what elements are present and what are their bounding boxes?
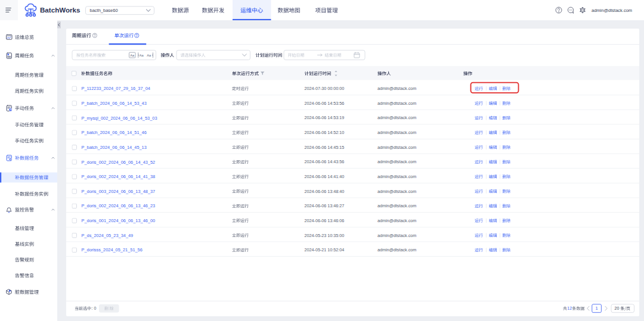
svg-text:admin@dtstack.com: admin@dtstack.com xyxy=(377,189,416,194)
svg-text:2024-05-23 10:35:00: 2024-05-23 10:35:00 xyxy=(305,233,345,238)
svg-text:Aa: Aa xyxy=(140,54,144,57)
svg-text:admin@dtstack.com: admin@dtstack.com xyxy=(377,86,416,91)
svg-text:P_dorisss_2024_05_21_51_56: P_dorisss_2024_05_21_51_56 xyxy=(82,247,143,253)
svg-text:admin@dtstack.com: admin@dtstack.com xyxy=(377,233,416,238)
svg-text:admin@dtstack.com: admin@dtstack.com xyxy=(377,247,416,253)
svg-text:2024-06-06 14:41:40: 2024-06-06 14:41:40 xyxy=(305,174,345,179)
svg-text:2024-06-06 13:46:27: 2024-06-06 13:46:27 xyxy=(305,203,345,208)
svg-text:admin@dtstack.com: admin@dtstack.com xyxy=(377,115,416,120)
svg-text:P_batch_2024_06_06_14_45_13: P_batch_2024_06_06_14_45_13 xyxy=(82,145,147,150)
svg-text:P_doris_002_2024_06_06_13_46_2: P_doris_002_2024_06_06_13_46_23 xyxy=(82,203,156,208)
svg-text:admin@dtstack.com: admin@dtstack.com xyxy=(377,145,416,150)
svg-text:: 0: : 0 xyxy=(92,306,97,310)
svg-text:2024-06-06 14:45:15: 2024-06-06 14:45:15 xyxy=(305,145,345,150)
svg-text:admin@dtstack.com: admin@dtstack.com xyxy=(377,218,416,223)
svg-text:P_doris_001_2024_06_06_13_46_0: P_doris_001_2024_06_06_13_46_00 xyxy=(82,218,156,223)
svg-text:P_mysql_002_2024_06_06_14_53_0: P_mysql_002_2024_06_06_14_53_03 xyxy=(82,116,157,121)
svg-text:P_doris_003_2024_06_06_13_48_3: P_doris_003_2024_06_06_13_48_37 xyxy=(82,189,156,194)
svg-text:P_doris_002_2024_06_06_14_41_3: P_doris_002_2024_06_06_14_41_38 xyxy=(82,174,156,179)
svg-text:admin@dtstack.com: admin@dtstack.com xyxy=(377,174,416,179)
svg-text:admin@dtstack.com: admin@dtstack.com xyxy=(377,159,416,164)
svg-text:Aa: Aa xyxy=(130,54,135,57)
svg-text:12: 12 xyxy=(567,306,572,310)
svg-text:admin@dtstack.com: admin@dtstack.com xyxy=(592,8,632,13)
svg-text:bacth_base60: bacth_base60 xyxy=(90,8,118,13)
svg-text:P_doris_002_2024_06_06_14_43_5: P_doris_002_2024_06_06_14_43_52 xyxy=(82,160,156,165)
svg-text:20: 20 xyxy=(615,306,620,310)
svg-text:Aa: Aa xyxy=(147,54,151,57)
svg-text:P_batch_2024_06_06_14_53_43: P_batch_2024_06_06_14_53_43 xyxy=(82,101,147,106)
svg-text:P_batch_2024_06_06_14_51_46: P_batch_2024_06_06_14_51_46 xyxy=(82,130,147,135)
svg-text:P_ds_2024_05_23_34_49: P_ds_2024_05_23_34_49 xyxy=(82,233,134,238)
svg-text:P_112233_2024_07_29_16_37_04: P_112233_2024_07_29_16_37_04 xyxy=(82,86,150,91)
svg-text:2024-06-06 13:48:40: 2024-06-06 13:48:40 xyxy=(305,189,345,194)
svg-text:admin@dtstack.com: admin@dtstack.com xyxy=(377,203,416,208)
svg-text:admin@dtstack.com: admin@dtstack.com xyxy=(377,101,416,106)
svg-text:2024-06-06 13:46:06: 2024-06-06 13:46:06 xyxy=(305,218,345,223)
svg-text:2024-06-06 14:52:10: 2024-06-06 14:52:10 xyxy=(305,130,345,135)
svg-text:2024-05-21 10:52:04: 2024-05-21 10:52:04 xyxy=(305,247,345,253)
svg-text:admin@dtstack.com: admin@dtstack.com xyxy=(377,130,416,135)
svg-text:2024-07-30 00:00:00: 2024-07-30 00:00:00 xyxy=(305,86,345,91)
svg-text:BatchWorks: BatchWorks xyxy=(40,6,80,14)
svg-text:2024-06-06 14:43:56: 2024-06-06 14:43:56 xyxy=(305,159,345,164)
svg-text:2024-06-06 14:53:56: 2024-06-06 14:53:56 xyxy=(305,101,345,106)
svg-text:2024-06-06 14:53:19: 2024-06-06 14:53:19 xyxy=(305,115,345,120)
svg-text:1: 1 xyxy=(596,306,598,311)
